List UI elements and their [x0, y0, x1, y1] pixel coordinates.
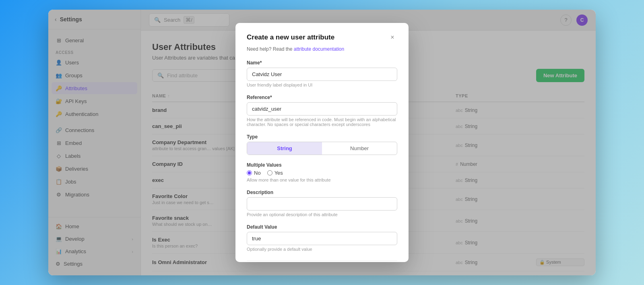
create-attribute-modal: Create a new user attribute × Need help?… — [235, 23, 409, 262]
modal-help-link[interactable]: attribute documentation — [294, 46, 344, 52]
type-number-option[interactable]: Number — [322, 142, 397, 155]
multiple-hint: Allow more than one value for this attri… — [247, 178, 397, 182]
default-value-input[interactable] — [247, 232, 397, 245]
multiple-values-label: Multiple Values — [247, 162, 397, 168]
reference-input[interactable] — [247, 102, 397, 116]
description-input[interactable] — [247, 197, 397, 211]
multiple-yes-option[interactable]: Yes — [267, 170, 283, 176]
default-value-label: Default Value — [247, 224, 397, 230]
type-selector: String Number — [247, 142, 397, 155]
description-field: Description Provide an optional descript… — [247, 190, 397, 217]
radio-no-label: No — [254, 170, 261, 176]
multiple-no-option[interactable]: No — [247, 170, 261, 176]
reference-field: Reference* How the attribute will be ref… — [247, 95, 397, 127]
name-label: Name* — [247, 60, 397, 66]
description-label: Description — [247, 190, 397, 195]
type-string-option[interactable]: String — [247, 142, 322, 155]
radio-yes-label: Yes — [275, 170, 283, 176]
reference-hint: How the attribute will be referenced in … — [247, 117, 397, 127]
default-hint: Optionally provide a default value — [247, 247, 397, 252]
name-field: Name* User friendly label displayed in U… — [247, 60, 397, 87]
type-field: Type String Number — [247, 134, 397, 155]
radio-no[interactable] — [247, 170, 252, 176]
reference-label: Reference* — [247, 95, 397, 100]
modal-header: Create a new user attribute × — [247, 33, 397, 42]
modal-footer: Cancel Save — [247, 260, 397, 262]
multiple-values-radio-group: No Yes — [247, 170, 397, 176]
modal-title: Create a new user attribute — [247, 33, 334, 41]
name-hint: User friendly label displayed in UI — [247, 83, 397, 87]
radio-yes[interactable] — [267, 170, 272, 176]
description-hint: Provide an optional description of this … — [247, 212, 397, 217]
multiple-values-field: Multiple Values No Yes Allow more than o… — [247, 162, 397, 182]
modal-overlay: Create a new user attribute × Need help?… — [48, 10, 596, 275]
name-input[interactable] — [247, 68, 397, 81]
default-value-field: Default Value Optionally provide a defau… — [247, 224, 397, 252]
modal-help-text: Need help? Read the — [247, 46, 292, 52]
app-window: ‹ Settings ⊞ General ACCESS 👤 Users 👥 Gr… — [48, 10, 596, 275]
modal-help: Need help? Read the attribute documentat… — [247, 46, 397, 52]
type-label: Type — [247, 134, 397, 140]
modal-close-button[interactable]: × — [388, 33, 397, 42]
